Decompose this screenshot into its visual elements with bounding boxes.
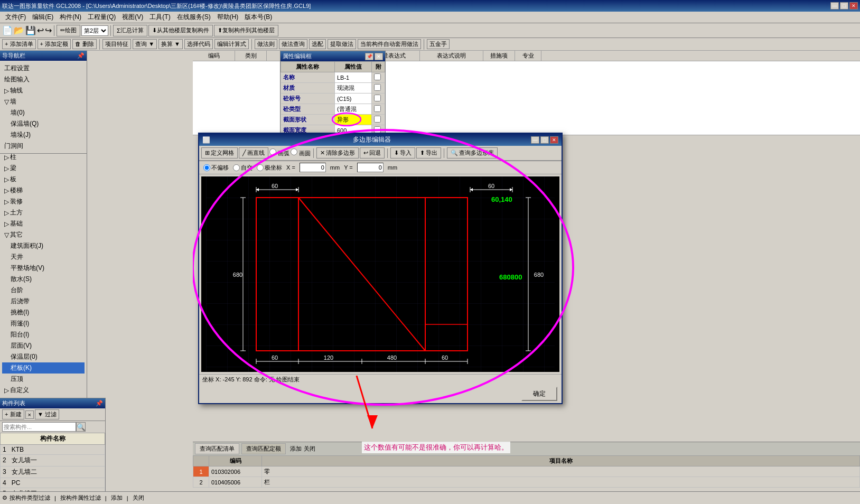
floor-select[interactable]: 第1层 第2层 第3层: [81, 25, 108, 36]
delete-comp-button[interactable]: ×: [25, 410, 34, 419]
status-add[interactable]: 添加: [111, 494, 123, 502]
list-item[interactable]: 2 女儿墙一: [1, 455, 105, 466]
query-close-label[interactable]: 关闭: [304, 445, 315, 453]
extract-method-button[interactable]: 提取做法: [328, 39, 356, 49]
comp-pin-icon[interactable]: 📌: [96, 400, 103, 407]
prop-type-check[interactable]: [372, 104, 385, 115]
table-row[interactable]: 1 010302006 零: [193, 466, 860, 477]
match-button[interactable]: 选配: [309, 39, 326, 49]
arc-radio-label[interactable]: 画弧: [269, 148, 289, 157]
summary-calc-button[interactable]: Σ 汇总计算: [113, 25, 147, 36]
hardware-button[interactable]: 五金手: [427, 39, 450, 49]
circle-radio-label[interactable]: 画圆: [291, 148, 311, 157]
method-button[interactable]: 做法则: [255, 39, 277, 49]
nav-wall-normal[interactable]: 墙(0): [2, 107, 85, 118]
menu-view[interactable]: 视图(V): [119, 12, 146, 23]
props-pin-button[interactable]: 📌: [365, 53, 373, 60]
polar-radio[interactable]: [257, 164, 264, 171]
minimize-button[interactable]: —: [830, 2, 839, 10]
nav-pin-icon[interactable]: 📌: [77, 52, 85, 59]
prop-material-check[interactable]: [372, 83, 385, 94]
nav-balcony[interactable]: 阳台(I): [2, 329, 85, 340]
open-icon[interactable]: 📂: [14, 25, 24, 35]
nav-wall[interactable]: ▽ 墙: [2, 96, 85, 107]
search-input[interactable]: [2, 422, 76, 432]
delete-button[interactable]: 🗑 删除: [72, 39, 97, 49]
nav-post-pour[interactable]: 后浇带: [2, 296, 85, 307]
nav-wall-insulation[interactable]: 保温墙(Q): [2, 118, 85, 129]
edit-formula-button[interactable]: 编辑计算式: [214, 39, 249, 49]
query-match-def-tab[interactable]: 查询匹配定额: [241, 443, 286, 454]
copy-from-button[interactable]: ⬇ 从其他楼层复制构件: [148, 25, 213, 36]
filter-button[interactable]: ▼ 过滤: [35, 409, 59, 419]
menu-help[interactable]: 帮助(H): [214, 12, 242, 23]
nav-coping[interactable]: 压顶: [2, 374, 85, 385]
prop-grade-value[interactable]: (C15): [334, 94, 371, 104]
menu-tools[interactable]: 工具(T): [146, 12, 173, 23]
dialog-close-button[interactable]: ✕: [550, 136, 558, 144]
clear-polygon-button[interactable]: ✕ 清除多边形: [316, 147, 359, 158]
no-offset-radio[interactable]: [203, 164, 210, 171]
query-match-list-tab[interactable]: 查询匹配清单: [195, 443, 239, 454]
y-input[interactable]: [357, 163, 384, 172]
prop-name-check[interactable]: [372, 72, 385, 83]
dialog-ok-button[interactable]: 确定: [521, 387, 557, 401]
query-button[interactable]: 查询 ▼: [133, 39, 157, 49]
nav-atrium[interactable]: 天井: [2, 251, 85, 263]
circle-radio[interactable]: [291, 148, 297, 155]
dialog-maximize-button[interactable]: □: [540, 136, 549, 144]
props-close-button[interactable]: ✕: [375, 53, 383, 60]
nav-beam[interactable]: ▷ 梁: [2, 163, 85, 174]
x-input[interactable]: [300, 163, 326, 172]
list-item[interactable]: 4 PC: [1, 478, 105, 488]
nav-wall-pier[interactable]: 墙垛(J): [2, 129, 85, 141]
add-def-button[interactable]: + 添加定额: [38, 39, 71, 49]
save-icon[interactable]: 💾: [25, 25, 36, 35]
nav-site-level[interactable]: 平整场地(V): [2, 263, 85, 274]
menu-edit[interactable]: 编辑(E): [29, 12, 57, 23]
table-row[interactable]: 2 010405006 栏: [193, 477, 860, 488]
maximize-button[interactable]: □: [840, 2, 848, 10]
undo-button[interactable]: ↩ 回退: [360, 147, 385, 158]
dialog-minimize-button[interactable]: —: [531, 136, 539, 144]
arc-radio[interactable]: [269, 148, 276, 155]
redo-icon[interactable]: ↪: [45, 25, 52, 35]
auto-intersect-radio-label[interactable]: 自交: [233, 164, 253, 172]
auto-method-button[interactable]: 当前构件自动套用做法: [358, 39, 421, 49]
draw-line-button[interactable]: ╱ 画直线: [239, 147, 268, 158]
nav-cornice[interactable]: 挑檐(I): [2, 307, 85, 318]
nav-slab[interactable]: ▷ 板: [2, 174, 85, 185]
prop-name-value[interactable]: LB-1: [334, 72, 371, 83]
nav-drawing-input[interactable]: 绘图输入: [2, 74, 85, 85]
menu-file[interactable]: 文件(F): [2, 12, 29, 23]
nav-roof[interactable]: 层面(V): [2, 340, 85, 351]
convert-button[interactable]: 换算 ▼: [158, 39, 183, 49]
project-char-button[interactable]: 项目特征: [102, 39, 131, 49]
close-button[interactable]: ✕: [849, 2, 858, 10]
list-item[interactable]: 3 女儿墙二: [1, 466, 105, 478]
polar-radio-label[interactable]: 极坐标: [257, 164, 282, 172]
nav-decoration[interactable]: ▷ 装修: [2, 196, 85, 207]
define-grid-button[interactable]: ⊞ 定义网格: [201, 147, 238, 158]
status-close[interactable]: 关闭: [133, 494, 144, 502]
new-comp-button[interactable]: + 新建: [2, 409, 24, 419]
import-button[interactable]: ⬇ 导入: [390, 147, 415, 158]
new-icon[interactable]: 📄: [2, 25, 13, 35]
prop-type-value[interactable]: (普通混: [334, 104, 371, 115]
nav-earthwork[interactable]: ▷ 土方: [2, 207, 85, 218]
query-method-button[interactable]: 做法查询: [279, 39, 307, 49]
undo-icon[interactable]: ↩: [37, 25, 44, 35]
menu-version[interactable]: 版本号(B): [241, 12, 275, 23]
nav-platform[interactable]: 台阶: [2, 285, 85, 296]
copy-to-button[interactable]: ⬆ 复制构件到其他楼层: [214, 25, 278, 36]
nav-stair[interactable]: ▷ 楼梯: [2, 185, 85, 196]
nav-canopy[interactable]: 雨篷(I): [2, 318, 85, 329]
nav-project-settings[interactable]: 工程设置: [2, 63, 85, 74]
nav-door-opening[interactable]: 门洞间: [2, 141, 85, 152]
prop-section-value[interactable]: 异形: [334, 115, 371, 125]
select-code-button[interactable]: 选择代码: [184, 39, 213, 49]
no-offset-radio-label[interactable]: 不偏移: [203, 164, 229, 172]
drawing-button[interactable]: ✏ 绘图: [57, 25, 80, 36]
list-item[interactable]: 1 KTB: [1, 445, 105, 455]
search-button[interactable]: 🔍: [76, 422, 86, 432]
